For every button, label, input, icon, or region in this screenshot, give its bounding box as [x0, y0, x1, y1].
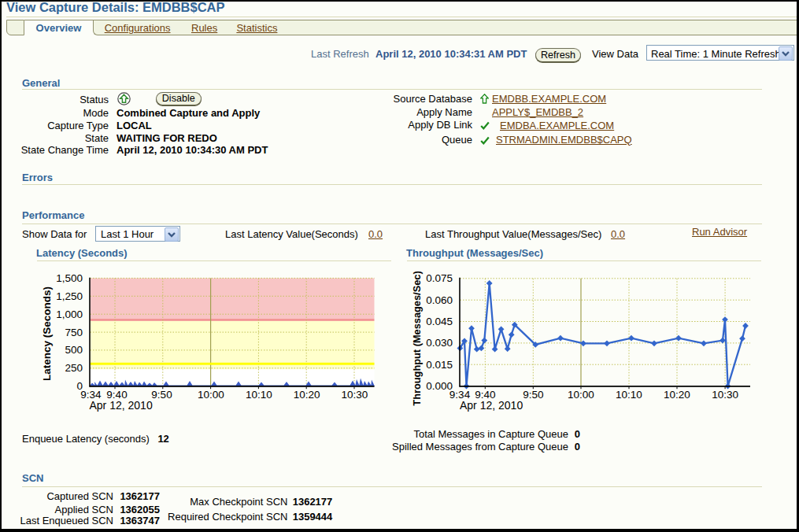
svg-text:750: 750 — [65, 327, 83, 338]
svg-text:0.045: 0.045 — [426, 316, 453, 327]
svg-text:10:20: 10:20 — [664, 389, 690, 401]
svg-text:0.075: 0.075 — [426, 272, 453, 284]
svg-text:10:00: 10:00 — [198, 389, 224, 401]
svg-text:10:20: 10:20 — [294, 389, 320, 401]
svg-text:10:30: 10:30 — [342, 389, 368, 401]
svg-text:Throughput (Messages/Sec): Throughput (Messages/Sec) — [411, 271, 423, 405]
svg-text:10:00: 10:00 — [568, 389, 594, 401]
svg-text:Latency (Seconds): Latency (Seconds) — [41, 286, 53, 381]
svg-text:0.015: 0.015 — [426, 359, 453, 371]
svg-text:1,500: 1,500 — [56, 272, 83, 284]
svg-text:Apr 12, 2010: Apr 12, 2010 — [460, 399, 523, 412]
svg-text:0.030: 0.030 — [426, 337, 453, 349]
svg-text:1,000: 1,000 — [56, 308, 83, 320]
svg-text:10:30: 10:30 — [712, 389, 738, 401]
svg-text:250: 250 — [65, 362, 83, 374]
svg-text:0.060: 0.060 — [426, 294, 453, 306]
svg-text:Apr 12, 2010: Apr 12, 2010 — [90, 399, 153, 412]
svg-text:1,250: 1,250 — [56, 290, 83, 302]
svg-text:9:50: 9:50 — [151, 389, 172, 401]
svg-text:10:10: 10:10 — [246, 389, 272, 401]
svg-text:9:50: 9:50 — [523, 389, 543, 401]
svg-text:500: 500 — [65, 344, 83, 356]
svg-text:10:10: 10:10 — [616, 389, 642, 401]
